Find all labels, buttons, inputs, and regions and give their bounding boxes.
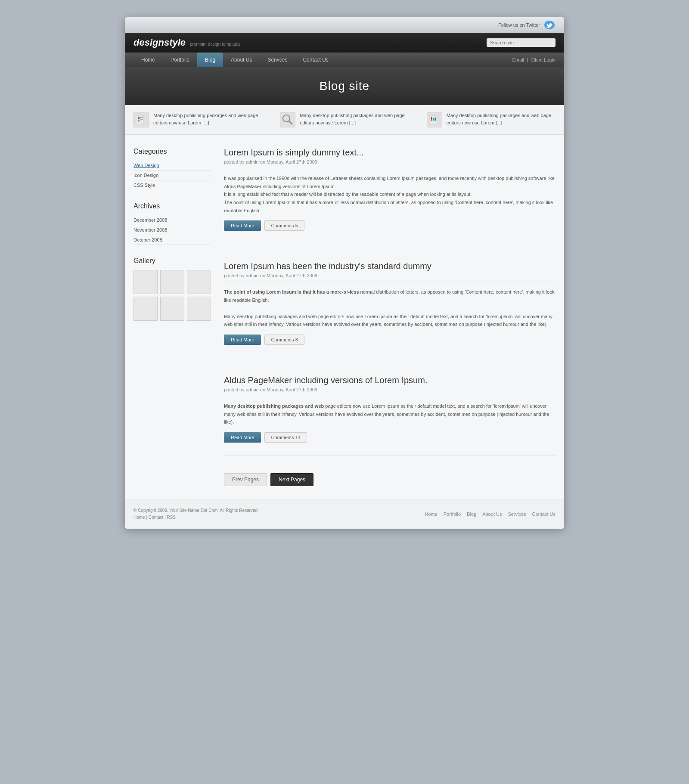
blog-post-3: Aldus PageMaker including versions of Lo…: [224, 375, 556, 456]
footer-rss-link[interactable]: RSS: [167, 515, 176, 520]
post-1-actions: Read More Comments 5: [224, 220, 556, 231]
archive-nov-2008: November 2008: [133, 225, 211, 235]
post-1-body: It was popularised in the 1960s with the…: [224, 174, 556, 214]
svg-rect-5: [140, 119, 143, 120]
gallery-title: Gallery: [133, 257, 211, 265]
prev-pages-button[interactable]: Prev Pages: [224, 473, 267, 486]
post-3-read-more[interactable]: Read More: [224, 432, 261, 443]
search-input[interactable]: [487, 38, 556, 47]
featured-item-3: Many desktop publishing packages and web…: [427, 112, 556, 127]
nav-right: Email | Client Login: [512, 57, 556, 62]
featured-text-2: Many desktop publishing packages and web…: [300, 112, 409, 126]
gallery-thumb-3[interactable]: [187, 270, 211, 294]
footer-links-left: Home | Contact | RSS: [133, 514, 258, 521]
follow-twitter-text: Follow us on Twitter: [498, 22, 540, 28]
featured-thumb-2: [280, 112, 295, 127]
twitter-icon: [543, 20, 556, 30]
svg-rect-10: [433, 118, 434, 121]
footer-right: Home Portfolio Blog About Us Services Co…: [425, 511, 556, 517]
featured-item-2: Many desktop publishing packages and web…: [280, 112, 409, 127]
blog-post-1: Lorem Ipsum is simply dummy text... post…: [224, 148, 556, 244]
gallery-thumb-1[interactable]: [133, 270, 158, 294]
svg-rect-1: [136, 115, 144, 125]
archives-section: Archives December 2008 November 2008 Oct…: [133, 202, 211, 245]
post-2-read-more[interactable]: Read More: [224, 335, 261, 345]
nav-email-link[interactable]: Email: [512, 57, 525, 62]
nav-portfolio[interactable]: Portfolio: [163, 53, 197, 67]
post-2-body: The point of using Lorem Ipsum is that i…: [224, 288, 556, 328]
nav-about[interactable]: About Us: [223, 53, 260, 67]
post-1-title: Lorem Ipsum is simply dummy text...: [224, 148, 556, 158]
footer-left: © Copyright 2009. Your Site Name Dot Com…: [133, 507, 258, 521]
categories-list: Web Design Icon Design CSS Style: [133, 161, 211, 190]
post-3-comments[interactable]: Comments 14: [264, 432, 307, 443]
category-css-style: CSS Style: [133, 180, 211, 190]
gallery-thumb-5[interactable]: [160, 297, 184, 321]
gallery-thumb-2[interactable]: [160, 270, 184, 294]
nav-bar: Home Portfolio Blog About Us Services Co…: [125, 53, 564, 67]
nav-items: Home Portfolio Blog About Us Services Co…: [133, 53, 336, 67]
site-logo: designstyle: [133, 37, 186, 48]
gallery-section: Gallery: [133, 257, 211, 321]
footer-nav-blog[interactable]: Blog: [467, 511, 476, 517]
post-1-meta: posted by admin on Monday, April 27th 20…: [224, 159, 556, 168]
gallery-thumb-6[interactable]: [187, 297, 211, 321]
footer-nav-services[interactable]: Services: [508, 511, 526, 517]
featured-text-1: Many desktop publishing packages and web…: [153, 112, 262, 126]
next-pages-button[interactable]: Next Pages: [270, 473, 313, 486]
gallery-thumb-4[interactable]: [133, 297, 158, 321]
gallery-grid: [133, 270, 211, 321]
top-bar: Follow us on Twitter: [125, 17, 564, 33]
post-1-read-more[interactable]: Read More: [224, 220, 261, 231]
post-2-meta: posted by admin on Monday, April 27th 20…: [224, 273, 556, 282]
category-icon-design: Icon Design: [133, 170, 211, 180]
svg-rect-4: [140, 117, 143, 118]
post-3-body: Many desktop publishing packages and web…: [224, 402, 556, 426]
featured-item-1: Many desktop publishing packages and web…: [133, 112, 262, 127]
site-header: designstyle premium design templates: [125, 33, 564, 53]
main-content: Categories Web Design Icon Design CSS St…: [125, 135, 564, 499]
featured-thumb-1: [133, 112, 149, 127]
category-web-design-link[interactable]: Web Design: [133, 163, 159, 168]
footer-nav-home[interactable]: Home: [425, 511, 437, 517]
nav-client-login-link[interactable]: Client Login: [531, 57, 556, 62]
category-web-design[interactable]: Web Design: [133, 161, 211, 170]
archives-list: December 2008 November 2008 October 2008: [133, 215, 211, 245]
svg-rect-9: [431, 117, 432, 121]
featured-thumb-3: [427, 112, 442, 127]
post-2-actions: Read More Comments 8: [224, 335, 556, 345]
featured-text-3: Many desktop publishing packages and web…: [447, 112, 556, 126]
categories-title: Categories: [133, 148, 211, 155]
svg-rect-2: [138, 117, 140, 119]
blog-content: Lorem Ipsum is simply dummy text... post…: [224, 148, 556, 486]
post-3-title: Aldus PageMaker including versions of Lo…: [224, 375, 556, 385]
post-3-meta: posted by admin on Monday, April 27th 20…: [224, 387, 556, 396]
archive-dec-2008: December 2008: [133, 215, 211, 225]
svg-line-7: [289, 121, 292, 124]
nav-blog[interactable]: Blog: [197, 53, 223, 67]
featured-row: Many desktop publishing packages and web…: [125, 105, 564, 135]
featured-divider-1: [271, 112, 271, 127]
pagination: Prev Pages Next Pages: [224, 473, 556, 486]
logo-area: designstyle premium design templates: [133, 37, 240, 48]
post-1-comments[interactable]: Comments 5: [264, 220, 304, 231]
footer-nav-about[interactable]: About Us: [482, 511, 502, 517]
site-footer: © Copyright 2009. Your Site Name Dot Com…: [125, 499, 564, 529]
svg-rect-11: [435, 118, 436, 121]
footer-home-link[interactable]: Home: [133, 515, 145, 520]
categories-section: Categories Web Design Icon Design CSS St…: [133, 148, 211, 190]
page-title: Blog site: [133, 79, 556, 93]
nav-contact[interactable]: Contact Us: [295, 53, 336, 67]
footer-nav-contact[interactable]: Contact Us: [532, 511, 556, 517]
footer-copyright: © Copyright 2009. Your Site Name Dot Com…: [133, 507, 258, 514]
post-3-actions: Read More Comments 14: [224, 432, 556, 443]
site-tagline: premium design templates: [190, 42, 240, 46]
nav-home[interactable]: Home: [133, 53, 163, 67]
footer-nav-portfolio[interactable]: Portfolio: [444, 511, 461, 517]
post-2-comments[interactable]: Comments 8: [264, 335, 304, 345]
footer-contact-link[interactable]: Contact: [149, 515, 163, 520]
archive-oct-2008: October 2008: [133, 235, 211, 245]
featured-divider-2: [418, 112, 418, 127]
nav-services[interactable]: Services: [260, 53, 295, 67]
page-banner: Blog site: [125, 67, 564, 105]
